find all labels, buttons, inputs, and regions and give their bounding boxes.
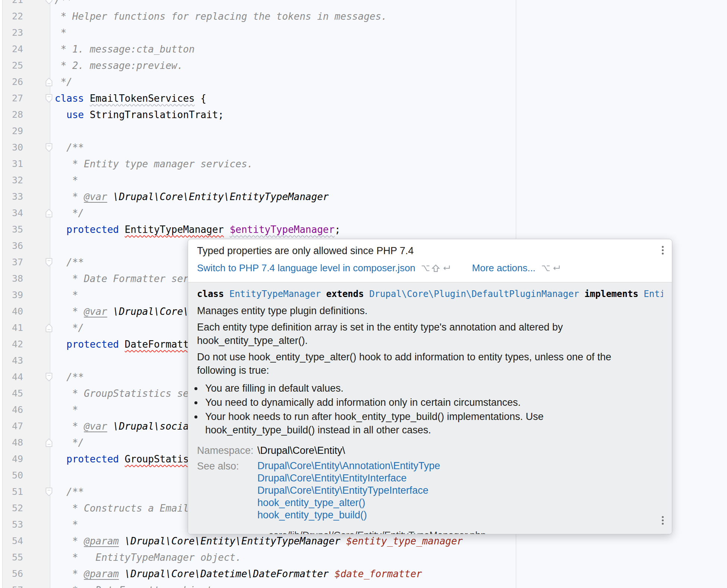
gutter-cell: 30	[3, 139, 50, 156]
tool-window-edge	[0, 0, 3, 588]
code-line[interactable]: 25 * 2. message:preview.	[3, 57, 727, 74]
fold-open-marker-icon[interactable]	[45, 487, 53, 497]
code-line[interactable]: 24 * 1. message:cta_button	[3, 41, 727, 57]
code-line[interactable]: 57 * DateFormatter object.	[3, 582, 727, 588]
fold-close-marker-icon[interactable]	[45, 77, 53, 87]
line-number: 31	[12, 158, 23, 169]
fold-open-marker-icon[interactable]	[45, 0, 53, 5]
code-line[interactable]: 26 */	[3, 74, 727, 90]
code-line[interactable]: 27class EmailTokenServices {	[3, 90, 727, 107]
gutter-cell: 21	[3, 0, 50, 8]
gutter-cell: 31	[3, 156, 50, 172]
line-number: 52	[12, 503, 23, 513]
gutter-cell: 37	[3, 254, 50, 271]
line-number: 42	[12, 339, 23, 350]
line-number: 46	[12, 404, 23, 415]
gutter-cell: 24	[3, 41, 50, 57]
fold-open-marker-icon[interactable]	[45, 257, 53, 267]
doc-paragraph: Manages entity type plugin definitions.	[197, 304, 648, 317]
see-also-link[interactable]: Drupal\Core\Entity\EntityTypeInterface	[257, 484, 440, 497]
code-line[interactable]: 32 *	[3, 172, 727, 189]
fold-close-marker-icon[interactable]	[45, 323, 53, 333]
line-number: 56	[12, 568, 23, 579]
inspection-popup-header: Typed properties are only allowed since …	[188, 239, 672, 282]
code-line[interactable]: 21/**	[3, 0, 727, 8]
fold-open-marker-icon[interactable]	[45, 94, 53, 103]
line-number: 21	[12, 0, 23, 5]
line-number: 41	[12, 322, 23, 333]
option-key-icon	[541, 263, 550, 273]
gutter-cell: 42	[3, 336, 50, 353]
code-text: class EmailTokenServices {	[50, 90, 727, 107]
gutter-cell: 39	[3, 287, 50, 303]
line-number: 45	[12, 388, 23, 399]
line-number: 48	[12, 437, 23, 448]
line-number: 40	[12, 306, 23, 317]
fold-close-marker-icon[interactable]	[45, 208, 53, 218]
ide-editor-window: 21/**22 * Helper functions for replacing…	[0, 0, 727, 588]
line-number: 54	[12, 535, 23, 546]
see-also-link[interactable]: hook_entity_type_build()	[257, 509, 440, 521]
gutter-cell: 33	[3, 189, 50, 205]
see-also-link[interactable]: Drupal\Core\Entity\Annotation\EntityType	[257, 460, 440, 472]
doc-description: Manages entity type plugin definitions.E…	[197, 304, 663, 377]
line-number: 30	[12, 142, 23, 153]
line-number: 24	[12, 44, 23, 54]
quickfix-link[interactable]: Switch to PHP 7.4 language level in comp…	[197, 262, 415, 274]
see-also-link[interactable]: Drupal\Core\Entity\EntityInterface	[257, 472, 440, 484]
quick-documentation-panel: class EntityTypeManager extends Drupal\C…	[188, 282, 672, 534]
option-shift-enter-shortcut	[420, 263, 451, 273]
line-number: 49	[12, 453, 23, 464]
see-also-links: Drupal\Core\Entity\Annotation\EntityType…	[257, 460, 440, 521]
fold-close-marker-icon[interactable]	[45, 438, 53, 448]
gutter-cell: 35	[3, 221, 50, 238]
code-line[interactable]: 30 /**	[3, 139, 727, 156]
gutter-cell: 23	[3, 25, 50, 41]
code-line[interactable]: 29	[3, 123, 727, 139]
line-number: 57	[12, 585, 23, 588]
line-number: 23	[12, 27, 23, 38]
see-also-link[interactable]: hook_entity_type_alter()	[257, 497, 440, 509]
namespace-row: Namespace: \Drupal\Core\Entity\	[197, 444, 663, 457]
code-line[interactable]: 23 *	[3, 25, 727, 41]
inspection-actions-row: Switch to PHP 7.4 language level in comp…	[197, 262, 663, 274]
code-line[interactable]: 33 * @var \Drupal\Core\Entity\EntityType…	[3, 189, 727, 205]
code-line[interactable]: 22 * Helper functions for replacing the …	[3, 8, 727, 25]
code-line[interactable]: 56 * @param \Drupal\Core\Datetime\DateFo…	[3, 566, 727, 582]
doc-bullet: You are filling in default values.	[203, 382, 646, 395]
code-text: */	[50, 205, 727, 221]
gutter-cell: 29	[3, 123, 50, 139]
more-actions-link[interactable]: More actions...	[472, 262, 536, 274]
line-number: 22	[12, 11, 23, 22]
line-number: 50	[12, 470, 23, 481]
code-text: * EntityTypeManager object.	[50, 549, 727, 566]
line-number: 36	[12, 240, 23, 251]
gutter-cell: 51	[3, 484, 50, 500]
code-text: /**	[50, 0, 727, 8]
code-text: * DateFormatter object.	[50, 582, 727, 588]
line-number: 33	[12, 191, 23, 202]
code-line[interactable]: 34 */	[3, 205, 727, 221]
code-line[interactable]: 54 * @param \Drupal\Core\Entity\EntityTy…	[3, 533, 727, 549]
doc-more-menu-icon[interactable]	[662, 516, 664, 525]
code-text	[50, 123, 727, 139]
namespace-label: Namespace:	[197, 444, 257, 457]
code-text: *	[50, 25, 727, 41]
popup-more-menu-icon[interactable]	[662, 246, 664, 255]
code-text: *	[50, 172, 727, 189]
fold-open-marker-icon[interactable]	[45, 143, 53, 152]
code-line[interactable]: 35 protected EntityTypeManager $entityTy…	[3, 221, 727, 238]
fold-open-marker-icon[interactable]	[45, 372, 53, 382]
inspection-popup: Typed properties are only allowed since …	[188, 239, 672, 534]
code-line[interactable]: 31 * Entity type manager services.	[3, 156, 727, 172]
see-also-label: See also:	[197, 460, 257, 521]
class-signature: class EntityTypeManager extends Drupal\C…	[197, 288, 663, 300]
gutter-cell: 53	[3, 516, 50, 533]
code-text: * 1. message:cta_button	[50, 41, 727, 57]
gutter-cell: 50	[3, 467, 50, 484]
gutter-cell: 49	[3, 451, 50, 467]
code-line[interactable]: 28 use StringTranslationTrait;	[3, 107, 727, 123]
code-line[interactable]: 55 * EntityTypeManager object.	[3, 549, 727, 566]
gutter-cell: 55	[3, 549, 50, 566]
gutter-cell: 26	[3, 74, 50, 90]
